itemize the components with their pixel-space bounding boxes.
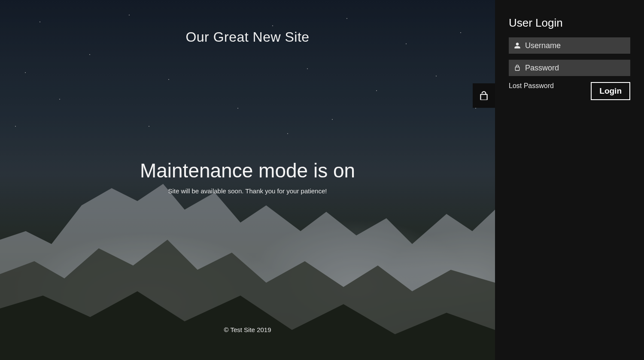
login-title: User Login: [509, 16, 630, 30]
lock-icon: [514, 64, 521, 72]
maintenance-subtext: Site will be available soon. Thank you f…: [0, 187, 495, 195]
maintenance-heading: Maintenance mode is on: [0, 159, 495, 182]
username-field-wrap[interactable]: [509, 37, 630, 54]
page-title: Our Great New Site: [0, 29, 495, 45]
password-field-wrap[interactable]: [509, 60, 630, 76]
footer-text: © Test Site 2019: [0, 326, 495, 333]
password-input[interactable]: [525, 64, 625, 73]
main-content: Our Great New Site Maintenance mode is o…: [0, 0, 495, 360]
login-panel: User Login Lost Password Login: [495, 0, 644, 360]
login-button[interactable]: Login: [591, 82, 630, 100]
maintenance-message: Maintenance mode is on Site will be avai…: [0, 159, 495, 195]
unlock-icon: [478, 90, 489, 101]
lost-password-link[interactable]: Lost Password: [509, 82, 554, 90]
user-icon: [514, 42, 521, 49]
login-toggle-tab[interactable]: [473, 83, 495, 108]
username-input[interactable]: [525, 41, 625, 50]
